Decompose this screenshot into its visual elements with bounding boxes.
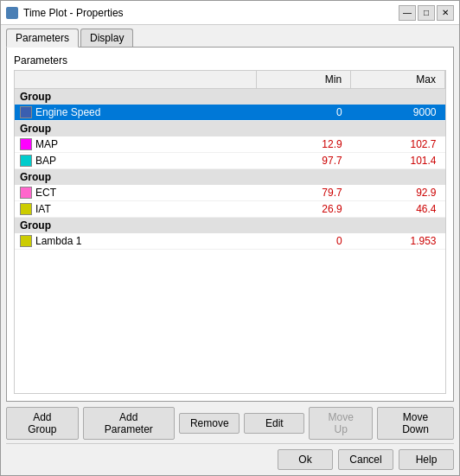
- col-name-header: [15, 71, 257, 89]
- param-name: BAP: [35, 155, 56, 167]
- param-max: 102.7: [351, 136, 445, 153]
- move-down-button[interactable]: Move Down: [377, 407, 454, 440]
- parameters-table: Min Max GroupEngine Speed09000GroupMAP12…: [14, 70, 446, 394]
- color-swatch: [20, 138, 32, 150]
- color-swatch: [20, 106, 32, 118]
- param-max: 92.9: [351, 185, 445, 201]
- table-header: Min Max: [15, 71, 445, 89]
- color-swatch: [20, 187, 32, 199]
- param-name: Engine Speed: [35, 106, 100, 118]
- help-button[interactable]: Help: [399, 449, 454, 470]
- footer-buttons: Add Group Add Parameter Remove Edit Move…: [1, 402, 459, 443]
- content-area: Parameters Min Max GroupEngine Speed0900…: [6, 47, 454, 402]
- add-group-button[interactable]: Add Group: [6, 407, 79, 440]
- title-bar: Time Plot - Properties — □ ✕: [1, 1, 459, 25]
- cancel-button[interactable]: Cancel: [338, 449, 393, 470]
- param-min: 79.7: [257, 185, 351, 201]
- app-icon: [6, 7, 18, 19]
- maximize-button[interactable]: □: [418, 5, 435, 21]
- tab-bar: Parameters Display: [1, 25, 459, 47]
- tab-display[interactable]: Display: [80, 29, 133, 47]
- close-button[interactable]: ✕: [437, 5, 454, 21]
- color-swatch: [20, 203, 32, 215]
- minimize-button[interactable]: —: [399, 5, 416, 21]
- color-swatch: [20, 235, 32, 247]
- param-min: 0: [257, 105, 351, 121]
- ok-cancel-bar: Ok Cancel Help: [1, 447, 459, 475]
- param-max: 1.953: [351, 233, 445, 250]
- param-max: 46.4: [351, 201, 445, 218]
- param-min: 26.9: [257, 201, 351, 218]
- param-name: IAT: [35, 203, 51, 215]
- table-row[interactable]: BAP97.7101.4: [15, 153, 445, 169]
- group-row-0: Group: [15, 89, 445, 105]
- title-bar-controls: — □ ✕: [399, 5, 454, 21]
- window-title: Time Plot - Properties: [23, 7, 399, 19]
- move-up-button[interactable]: Move Up: [309, 407, 373, 440]
- col-max-header: Max: [351, 71, 445, 89]
- table-row[interactable]: Lambda 101.953: [15, 233, 445, 250]
- table-row[interactable]: IAT26.946.4: [15, 201, 445, 218]
- param-max: 101.4: [351, 153, 445, 169]
- ok-button[interactable]: Ok: [278, 449, 333, 470]
- tab-parameters[interactable]: Parameters: [6, 29, 79, 48]
- group-row-2: Group: [15, 169, 445, 186]
- group-row-1: Group: [15, 121, 445, 137]
- section-label: Parameters: [14, 54, 446, 67]
- color-swatch: [20, 155, 32, 167]
- param-min: 0: [257, 233, 351, 250]
- add-parameter-button[interactable]: Add Parameter: [83, 407, 175, 440]
- edit-button[interactable]: Edit: [244, 413, 304, 434]
- remove-button[interactable]: Remove: [179, 413, 240, 434]
- table-row[interactable]: Engine Speed09000: [15, 105, 445, 121]
- param-max: 9000: [351, 105, 445, 121]
- table-row[interactable]: MAP12.9102.7: [15, 136, 445, 153]
- col-min-header: Min: [257, 71, 351, 89]
- param-min: 12.9: [257, 136, 351, 153]
- param-name: ECT: [35, 187, 56, 199]
- table-row[interactable]: ECT79.792.9: [15, 185, 445, 201]
- param-name: Lambda 1: [35, 235, 81, 247]
- group-row-3: Group: [15, 218, 445, 234]
- param-min: 97.7: [257, 153, 351, 169]
- divider: [6, 443, 454, 444]
- main-window: Time Plot - Properties — □ ✕ Parameters …: [0, 0, 460, 476]
- param-name: MAP: [35, 138, 58, 150]
